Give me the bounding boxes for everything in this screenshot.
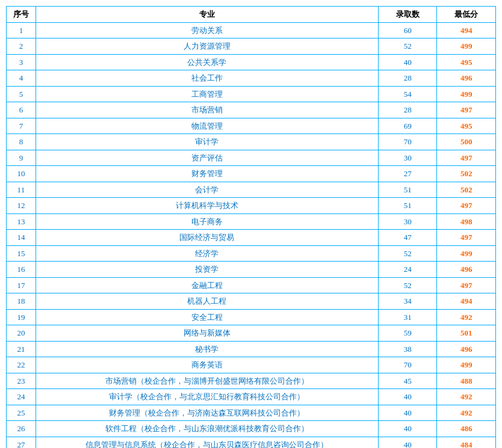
table-row: 16投资学24496 — [7, 262, 496, 278]
cell-seq: 2 — [7, 38, 36, 55]
cell-major: 网络与新媒体 — [36, 325, 378, 342]
cell-score: 484 — [437, 437, 496, 448]
main-table: 序号 专业 录取数 最低分 1劳动关系604942人力资源管理524993公共关… — [6, 6, 496, 448]
table-row: 27信息管理与信息系统（校企合作，与山东贝森医疗信息咨询公司合作）40484 — [7, 437, 496, 448]
cell-score: 488 — [437, 373, 496, 389]
cell-count: 59 — [378, 325, 437, 342]
table-row: 25财务管理（校企合作，与济南达森互联网科技公司合作）40492 — [7, 405, 496, 421]
table-row: 9资产评估30497 — [7, 150, 496, 166]
cell-score: 496 — [437, 341, 496, 357]
cell-seq: 20 — [7, 325, 36, 342]
table-row: 17金融工程52497 — [7, 277, 496, 293]
table-row: 14国际经济与贸易47497 — [7, 230, 496, 246]
table-row: 20网络与新媒体59501 — [7, 325, 496, 342]
cell-score: 502 — [437, 182, 496, 198]
cell-seq: 26 — [7, 421, 36, 437]
cell-major: 审计学 — [36, 134, 378, 150]
cell-count: 54 — [378, 86, 437, 102]
cell-seq: 11 — [7, 182, 36, 198]
cell-count: 38 — [378, 341, 437, 357]
table-row: 13电子商务30498 — [7, 213, 496, 230]
cell-major: 工商管理 — [36, 86, 378, 102]
header-seq: 序号 — [7, 7, 36, 23]
header-score: 最低分 — [437, 7, 496, 23]
cell-score: 494 — [437, 293, 496, 310]
table-row: 12计算机科学与技术51497 — [7, 198, 496, 214]
cell-score: 497 — [437, 277, 496, 293]
cell-count: 47 — [378, 230, 437, 246]
cell-major: 计算机科学与技术 — [36, 198, 378, 214]
cell-count: 45 — [378, 373, 437, 389]
cell-score: 486 — [437, 421, 496, 437]
cell-seq: 25 — [7, 405, 36, 421]
header-major: 专业 — [36, 7, 378, 23]
cell-count: 28 — [378, 70, 437, 87]
cell-major: 审计学（校企合作，与北京思汇知行教育科技公司合作） — [36, 389, 378, 405]
cell-count: 40 — [378, 421, 437, 437]
cell-count: 27 — [378, 166, 437, 182]
cell-score: 497 — [437, 198, 496, 214]
cell-count: 51 — [378, 182, 437, 198]
table-row: 2人力资源管理52499 — [7, 38, 496, 55]
cell-seq: 19 — [7, 309, 36, 325]
cell-seq: 24 — [7, 389, 36, 405]
table-row: 15经济学52499 — [7, 245, 496, 262]
cell-count: 51 — [378, 198, 437, 214]
cell-score: 496 — [437, 70, 496, 87]
table-row: 5工商管理54499 — [7, 86, 496, 102]
cell-seq: 21 — [7, 341, 36, 357]
cell-count: 60 — [378, 22, 437, 38]
table-row: 22商务英语70499 — [7, 357, 496, 373]
cell-major: 国际经济与贸易 — [36, 230, 378, 246]
cell-major: 金融工程 — [36, 277, 378, 293]
cell-seq: 27 — [7, 437, 36, 448]
cell-seq: 17 — [7, 277, 36, 293]
cell-seq: 3 — [7, 54, 36, 70]
cell-major: 软件工程（校企合作，与山东浪潮优派科技教育公司合作） — [36, 421, 378, 437]
cell-major: 市场营销 — [36, 102, 378, 118]
cell-seq: 14 — [7, 230, 36, 246]
cell-seq: 12 — [7, 198, 36, 214]
cell-count: 52 — [378, 245, 437, 262]
cell-major: 财务管理（校企合作，与济南达森互联网科技公司合作） — [36, 405, 378, 421]
cell-major: 秘书学 — [36, 341, 378, 357]
cell-major: 市场营销（校企合作，与淄博开创盛世网络有限公司合作） — [36, 373, 378, 389]
cell-major: 信息管理与信息系统（校企合作，与山东贝森医疗信息咨询公司合作） — [36, 437, 378, 448]
cell-count: 31 — [378, 309, 437, 325]
cell-count: 40 — [378, 405, 437, 421]
cell-score: 495 — [437, 118, 496, 134]
cell-score: 492 — [437, 389, 496, 405]
cell-seq: 7 — [7, 118, 36, 134]
cell-seq: 15 — [7, 245, 36, 262]
cell-major: 商务英语 — [36, 357, 378, 373]
cell-score: 502 — [437, 166, 496, 182]
cell-score: 500 — [437, 134, 496, 150]
table-row: 26软件工程（校企合作，与山东浪潮优派科技教育公司合作）40486 — [7, 421, 496, 437]
cell-score: 494 — [437, 22, 496, 38]
cell-score: 498 — [437, 213, 496, 230]
table-row: 21秘书学38496 — [7, 341, 496, 357]
table-row: 4社会工作28496 — [7, 70, 496, 87]
cell-count: 70 — [378, 357, 437, 373]
table-row: 1劳动关系60494 — [7, 22, 496, 38]
cell-score: 499 — [437, 38, 496, 55]
table-row: 18机器人工程34494 — [7, 293, 496, 310]
table-row: 24审计学（校企合作，与北京思汇知行教育科技公司合作）40492 — [7, 389, 496, 405]
cell-major: 电子商务 — [36, 213, 378, 230]
cell-seq: 1 — [7, 22, 36, 38]
cell-major: 物流管理 — [36, 118, 378, 134]
cell-count: 52 — [378, 38, 437, 55]
cell-count: 40 — [378, 437, 437, 448]
cell-count: 40 — [378, 54, 437, 70]
table-row: 10财务管理27502 — [7, 166, 496, 182]
cell-seq: 18 — [7, 293, 36, 310]
cell-score: 501 — [437, 325, 496, 342]
table-row: 11会计学51502 — [7, 182, 496, 198]
cell-score: 497 — [437, 150, 496, 166]
cell-major: 投资学 — [36, 262, 378, 278]
cell-count: 30 — [378, 213, 437, 230]
cell-seq: 8 — [7, 134, 36, 150]
cell-major: 公共关系学 — [36, 54, 378, 70]
cell-score: 492 — [437, 309, 496, 325]
cell-score: 496 — [437, 262, 496, 278]
